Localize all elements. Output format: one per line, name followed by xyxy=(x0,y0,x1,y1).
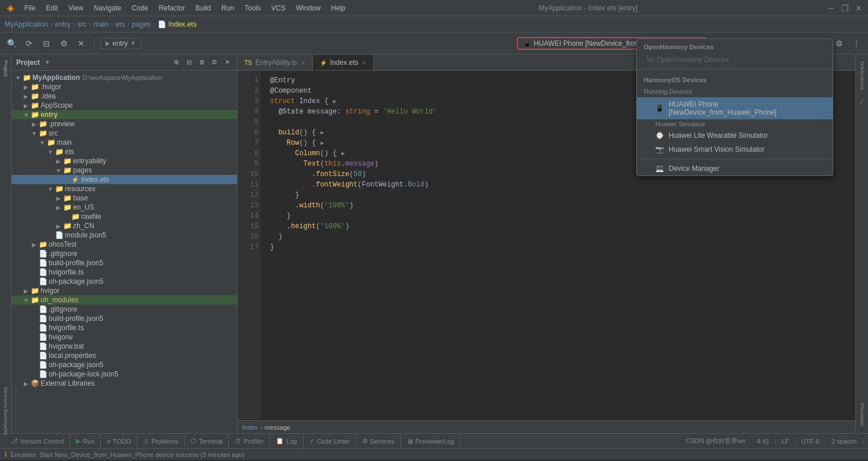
tree-hvigorfile-root[interactable]: 📄 hvigorfile.ts xyxy=(12,323,237,332)
bc-ets[interactable]: ets xyxy=(115,20,125,28)
menu-run[interactable]: Run xyxy=(217,3,239,13)
tree-rawfile[interactable]: 📁 rawfile xyxy=(12,212,237,221)
indent-btn[interactable]: 2 spaces xyxy=(826,438,863,445)
menu-view[interactable]: View xyxy=(64,3,88,13)
tree-hvigor-root[interactable]: ▶ 📁 hvigor xyxy=(12,286,237,295)
tree-build-profile-root[interactable]: 📄 build-profile.json5 xyxy=(12,314,237,323)
tree-module-json5[interactable]: 📄 module.json5 xyxy=(12,231,237,240)
structure-side-icon[interactable]: Structure xyxy=(1,386,11,409)
tree-idea[interactable]: ▶ 📁 .idea xyxy=(12,92,237,101)
menu-window[interactable]: Window xyxy=(291,3,326,13)
tab-index-ets-close[interactable]: ✕ xyxy=(362,60,366,66)
tree-gitignore-entry[interactable]: 📄 .gitignore xyxy=(12,249,237,258)
tree-base[interactable]: ▶ 📁 base xyxy=(12,193,237,203)
tree-local-properties[interactable]: 📄 local.properties xyxy=(12,351,237,360)
tree-hvigorw[interactable]: 📄 hvigorw xyxy=(12,332,237,342)
tree-hvigorw-bat[interactable]: 📄 hvigorw.bat xyxy=(12,342,237,351)
tree-gitignore-root[interactable]: 📄 .gitignore xyxy=(12,305,237,314)
tree-entryability[interactable]: ▶ 📁 entryability xyxy=(12,156,237,166)
log-btn[interactable]: 📋 Log xyxy=(270,434,303,448)
tree-hvigor[interactable]: ▶ 📁 .hvigor xyxy=(12,82,237,92)
menu-vcs[interactable]: VCS xyxy=(267,3,290,13)
entry-dropdown[interactable]: ▶ entry ▼ xyxy=(100,38,141,49)
terminal-btn[interactable]: ⬡ Terminal xyxy=(185,434,229,448)
profiler-btn[interactable]: ⏱ Profiler xyxy=(229,434,270,448)
menu-refactor[interactable]: Refactor xyxy=(154,3,189,13)
menu-edit[interactable]: Edit xyxy=(41,3,63,13)
project-close-btn[interactable]: ✕ xyxy=(222,57,232,68)
tree-zh_CN[interactable]: ▶ 📁 zh_CN xyxy=(12,221,237,231)
device-huawei-phone[interactable]: 📱 HUAWEI Phone [NewDevice_from_Huawei_Ph… xyxy=(637,97,833,119)
entryability-arrow-icon: ▶ xyxy=(54,158,63,164)
maximize-button[interactable]: ❐ xyxy=(840,3,849,13)
settings-btn[interactable]: ⚙ xyxy=(57,36,71,50)
tree-external-libs[interactable]: ▶ 📦 External Libraries xyxy=(12,379,237,388)
tree-hvigorfile-ts[interactable]: 📄 hvigorfile.ts xyxy=(12,268,237,277)
project-sort-btn[interactable]: ≣ xyxy=(196,57,207,68)
project-settings-btn[interactable]: ⚙ xyxy=(209,57,220,68)
tab-entryability[interactable]: TS EntryAbility.ts ✕ xyxy=(238,55,313,70)
menu-help[interactable]: Help xyxy=(326,3,350,13)
hvigorfile-ts-label: hvigorfile.ts xyxy=(49,268,84,276)
run-status-btn[interactable]: ▶ Run xyxy=(70,434,101,448)
version-control-btn[interactable]: ⎇ Version Control xyxy=(5,434,70,448)
tree-ets[interactable]: ▼ 📁 ets xyxy=(12,147,237,156)
tree-appscope[interactable]: ▶ 📁 AppScope xyxy=(12,101,237,110)
menu-file[interactable]: File xyxy=(20,3,40,13)
bc-src[interactable]: src xyxy=(77,20,86,28)
en-us-label: en_US xyxy=(73,203,94,211)
tree-oh-package-root[interactable]: 📄 oh-package.json5 xyxy=(12,360,237,369)
project-collapse-btn[interactable]: ⊟ xyxy=(184,57,194,68)
tree-main[interactable]: ▼ 📁 main xyxy=(12,138,237,147)
notifications-icon[interactable]: Notifications xyxy=(858,57,866,94)
previewer-log-btn[interactable]: 🖥 PreviewerLog xyxy=(401,434,461,448)
close-panel-btn[interactable]: ✕ xyxy=(74,36,88,50)
tab-entryability-close[interactable]: ✕ xyxy=(301,60,305,66)
bookmarks-side-icon[interactable]: Bookmarks xyxy=(1,410,11,433)
more-button[interactable]: ⋮ xyxy=(849,36,863,50)
tree-oh-modules[interactable]: ▼ 📁 oh_modules xyxy=(12,295,237,305)
project-locate-btn[interactable]: ⊕ xyxy=(171,57,181,68)
minimize-button[interactable]: ─ xyxy=(826,3,836,13)
todo-btn[interactable]: ≡ TODO xyxy=(101,434,137,448)
search-everywhere-btn[interactable]: 🔍 xyxy=(5,36,19,50)
tree-preview[interactable]: ▶ 📁 .preview xyxy=(12,119,237,129)
tree-oh-package-entry[interactable]: 📄 oh-package.json5 xyxy=(12,277,237,286)
bc-main[interactable]: main xyxy=(93,20,108,28)
previewer-icon[interactable]: Previewer xyxy=(858,398,866,431)
sync-btn[interactable]: ⟳ xyxy=(22,36,36,50)
menu-tools[interactable]: Tools xyxy=(240,3,265,13)
device-smart-vision[interactable]: 📷 Huawei Smart Vision Simulator xyxy=(637,142,833,156)
project-dropdown-icon[interactable]: ▼ xyxy=(45,59,50,65)
tree-src[interactable]: ▼ 📁 src xyxy=(12,129,237,138)
tree-index-ets[interactable]: ⚡ Index.ets xyxy=(12,175,237,184)
tree-entry[interactable]: ▼ 📁 entry xyxy=(12,110,237,119)
bc-entry[interactable]: entry xyxy=(55,20,71,28)
problems-btn[interactable]: ⚠ Problems xyxy=(137,434,184,448)
tree-resources[interactable]: ▼ 📁 resources xyxy=(12,184,237,193)
menu-build[interactable]: Build xyxy=(191,3,216,13)
menu-navigate[interactable]: Navigate xyxy=(89,3,126,13)
tree-ohostest[interactable]: ▶ 📁 ohosTest xyxy=(12,240,237,249)
tab-index-ets[interactable]: ⚡ Index.ets ✕ xyxy=(313,55,374,70)
tree-build-profile-entry[interactable]: 📄 build-profile.json5 xyxy=(12,258,237,268)
project-side-icon[interactable]: Project xyxy=(1,57,11,80)
tree-oh-package-lock[interactable]: 📄 oh-package-lock.json5 xyxy=(12,369,237,379)
settings2-button[interactable]: ⚙ xyxy=(832,36,846,50)
close-button[interactable]: ✕ xyxy=(854,3,863,13)
tree-collapse-btn[interactable]: ⊟ xyxy=(39,36,53,50)
status-right: CSDN @你好世界wx 4:41 LF UTF-8 2 spaces xyxy=(680,437,863,445)
device-lite-wearable[interactable]: ⌚ Huawei Lite Wearable Simulator xyxy=(637,129,833,142)
tree-root[interactable]: ▼ 📁 MyApplication D:\workspace\MyApplica… xyxy=(12,73,237,82)
bc-myapplication[interactable]: MyApplication xyxy=(5,20,48,28)
services-btn[interactable]: ⚙ Services xyxy=(356,434,401,448)
code-linter-btn[interactable]: ✓ Code Linter xyxy=(304,434,356,448)
tree-pages[interactable]: ▼ 📁 pages xyxy=(12,166,237,175)
line-ending-btn[interactable]: LF xyxy=(776,438,796,445)
encoding-btn[interactable]: UTF-8 xyxy=(796,438,826,445)
device-manager-btn[interactable]: 💻 Device Manager xyxy=(637,162,833,175)
tree-en_US[interactable]: ▶ 📁 en_US xyxy=(12,203,237,212)
menu-code[interactable]: Code xyxy=(127,3,153,13)
bc-pages[interactable]: pages xyxy=(132,20,151,28)
project-tree: ▼ 📁 MyApplication D:\workspace\MyApplica… xyxy=(12,71,237,433)
